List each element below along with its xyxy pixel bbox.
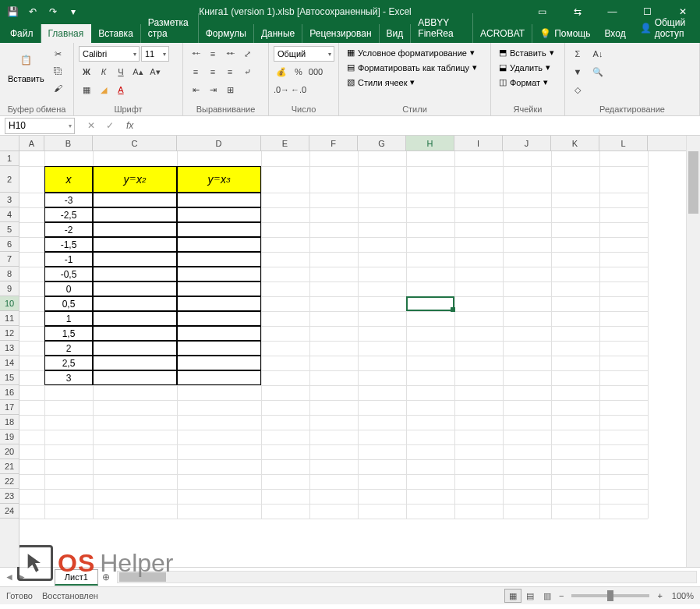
row-header-1[interactable]: 1 <box>0 151 19 166</box>
column-header-C[interactable]: C <box>93 136 177 150</box>
cell-D14[interactable] <box>177 356 261 370</box>
save-icon[interactable]: 💾 <box>3 2 22 21</box>
cell-D5[interactable] <box>177 222 261 237</box>
undo-icon[interactable]: ↶ <box>23 2 42 21</box>
tab-home[interactable]: Главная <box>41 24 92 43</box>
row-header-10[interactable]: 10 <box>0 296 19 311</box>
header-cell-B2[interactable]: x <box>44 166 93 193</box>
add-sheet-button[interactable]: ⊕ <box>98 572 114 582</box>
conditional-formatting-button[interactable]: ▦Условное форматирование▾ <box>344 46 478 59</box>
hscroll-thumb[interactable] <box>119 572 166 582</box>
zoom-thumb[interactable] <box>607 590 613 601</box>
cell-B7[interactable]: -1 <box>44 252 93 267</box>
font-size-combo[interactable]: 11 <box>141 46 169 62</box>
page-break-view-icon[interactable]: ▥ <box>539 589 556 603</box>
tab-data[interactable]: Данные <box>254 24 302 43</box>
align-top-icon[interactable]: ⬴ <box>188 46 203 62</box>
zoom-level[interactable]: 100% <box>672 591 694 600</box>
row-header-22[interactable]: 22 <box>0 474 19 489</box>
row-header-14[interactable]: 14 <box>0 356 19 370</box>
cell-B13[interactable]: 2 <box>44 341 93 356</box>
cancel-formula-icon[interactable]: ✕ <box>84 120 98 131</box>
row-header-9[interactable]: 9 <box>0 281 19 296</box>
row-header-6[interactable]: 6 <box>0 237 19 252</box>
column-header-B[interactable]: B <box>44 136 93 150</box>
row-header-21[interactable]: 21 <box>0 459 19 474</box>
column-header-L[interactable]: L <box>599 136 648 150</box>
header-cell-C2[interactable]: y = x2 <box>93 166 177 193</box>
row-header-2[interactable]: 2 <box>0 166 19 193</box>
sheet-nav-next-icon[interactable]: ► <box>17 572 27 582</box>
tab-insert[interactable]: Вставка <box>91 24 141 43</box>
cell-D13[interactable] <box>177 341 261 356</box>
row-header-8[interactable]: 8 <box>0 267 19 281</box>
cell-C11[interactable] <box>93 311 177 326</box>
merge-icon[interactable]: ⊞ <box>222 82 238 97</box>
sheet-tab-active[interactable]: Лист1 <box>55 569 98 586</box>
cell-D3[interactable] <box>177 193 261 207</box>
fx-icon[interactable]: fx <box>122 120 138 131</box>
row-header-5[interactable]: 5 <box>0 222 19 237</box>
shrink-font-icon[interactable]: A▾ <box>147 64 163 80</box>
cell-B14[interactable]: 2,5 <box>44 356 93 370</box>
formula-input[interactable] <box>138 118 700 134</box>
clear-icon[interactable]: ◇ <box>570 82 585 97</box>
cut-icon[interactable]: ✂ <box>51 46 66 62</box>
cell-D11[interactable] <box>177 311 261 326</box>
column-header-K[interactable]: K <box>551 136 599 150</box>
cell-B15[interactable]: 3 <box>44 370 93 385</box>
zoom-in-button[interactable]: + <box>654 591 665 600</box>
page-layout-view-icon[interactable]: ▤ <box>521 589 539 603</box>
column-header-D[interactable]: D <box>177 136 261 150</box>
cell-C15[interactable] <box>93 370 177 385</box>
qat-customize-icon[interactable]: ▾ <box>64 2 83 21</box>
tab-file[interactable]: Файл <box>3 24 41 43</box>
row-header-23[interactable]: 23 <box>0 489 19 504</box>
row-header-3[interactable]: 3 <box>0 193 19 207</box>
zoom-slider[interactable] <box>571 594 649 597</box>
increase-indent-icon[interactable]: ⇥ <box>205 82 221 97</box>
cell-D9[interactable] <box>177 281 261 296</box>
decrease-indent-icon[interactable]: ⇤ <box>188 82 203 97</box>
row-header-24[interactable]: 24 <box>0 504 19 519</box>
cell-C9[interactable] <box>93 281 177 296</box>
orientation-icon[interactable]: ⤢ <box>239 46 255 62</box>
tab-review[interactable]: Рецензирован <box>302 24 379 43</box>
cell-C6[interactable] <box>93 237 177 252</box>
cell-area[interactable]: xy = x2y = x3-3-2,5-2-1,5-1-0,500,511,52… <box>19 151 686 567</box>
cell-B6[interactable]: -1,5 <box>44 237 93 252</box>
row-header-20[interactable]: 20 <box>0 444 19 459</box>
align-right-icon[interactable]: ≡ <box>222 64 238 80</box>
cell-C5[interactable] <box>93 222 177 237</box>
fill-icon[interactable]: ▼ <box>570 64 585 80</box>
align-bottom-icon[interactable]: ⬵ <box>222 46 238 62</box>
cell-C4[interactable] <box>93 207 177 222</box>
grow-font-icon[interactable]: A▴ <box>130 64 146 80</box>
cell-C14[interactable] <box>93 356 177 370</box>
enter-formula-icon[interactable]: ✓ <box>103 120 117 131</box>
tab-abbyy[interactable]: ABBYY FineRea <box>411 13 473 43</box>
format-cells-button[interactable]: ◫Формат▾ <box>496 76 551 89</box>
cell-D15[interactable] <box>177 370 261 385</box>
number-format-combo[interactable]: Общий <box>274 46 334 62</box>
select-all-corner[interactable] <box>0 136 19 151</box>
cell-C13[interactable] <box>93 341 177 356</box>
header-cell-D2[interactable]: y = x3 <box>177 166 261 193</box>
delete-cells-button[interactable]: ⬓Удалить▾ <box>496 61 553 74</box>
share-button[interactable]: 👤Общий доступ <box>633 13 700 43</box>
cell-C12[interactable] <box>93 326 177 341</box>
decrease-decimal-icon[interactable]: ←.0 <box>291 82 306 97</box>
cell-D8[interactable] <box>177 267 261 281</box>
cell-C7[interactable] <box>93 252 177 267</box>
cell-B11[interactable]: 1 <box>44 311 93 326</box>
row-header-11[interactable]: 11 <box>0 311 19 326</box>
sort-filter-icon[interactable]: A↓ <box>587 46 609 62</box>
copy-icon[interactable]: ⿻ <box>51 63 66 79</box>
align-center-icon[interactable]: ≡ <box>205 64 221 80</box>
column-header-G[interactable]: G <box>358 136 406 150</box>
row-header-19[interactable]: 19 <box>0 430 19 444</box>
name-box[interactable]: H10 <box>5 118 75 134</box>
cell-B3[interactable]: -3 <box>44 193 93 207</box>
column-header-F[interactable]: F <box>309 136 358 150</box>
vscroll-thumb[interactable] <box>688 151 698 214</box>
